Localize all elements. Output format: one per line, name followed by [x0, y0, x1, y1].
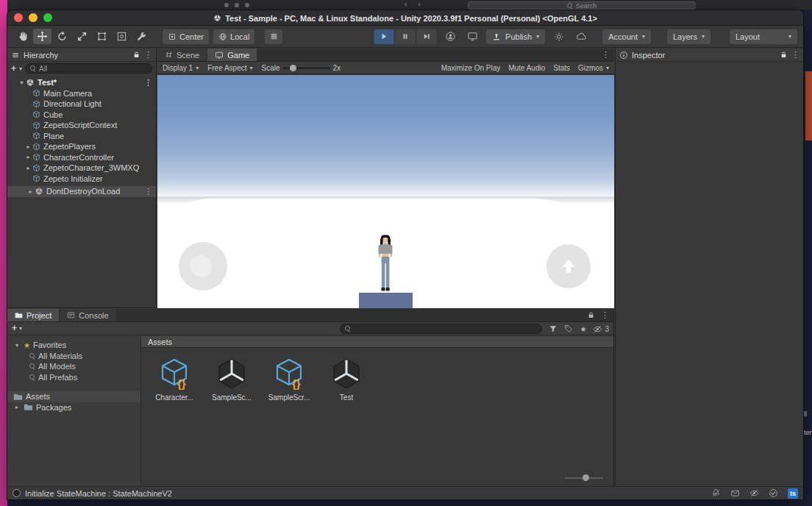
- expand-icon[interactable]: ▾: [18, 79, 26, 86]
- panel-menu-icon[interactable]: ⋮: [791, 51, 799, 59]
- hierarchy-item[interactable]: ZepetoScriptContext: [7, 120, 156, 131]
- layout-dropdown[interactable]: Layout ▾: [730, 29, 797, 44]
- messages-icon[interactable]: [730, 488, 740, 498]
- display-dropdown[interactable]: Display 1▾: [163, 64, 199, 72]
- move-tool-button[interactable]: [33, 29, 51, 44]
- chevron-down-icon[interactable]: ▾: [19, 325, 22, 332]
- menubar-search-field[interactable]: Search: [468, 1, 696, 10]
- expand-icon[interactable]: ▸: [13, 404, 21, 410]
- maximize-on-play-toggle[interactable]: Maximize On Play: [441, 64, 501, 72]
- hierarchy-header[interactable]: Hierarchy ⋮: [7, 49, 156, 62]
- saved-search-icon[interactable]: ★: [580, 325, 586, 333]
- pivot-center-button[interactable]: Center: [163, 29, 209, 44]
- grid-snapping-button[interactable]: [265, 29, 282, 44]
- joystick-knob[interactable]: [190, 255, 212, 277]
- hierarchy-item[interactable]: Directional Light: [7, 99, 156, 110]
- panel-menu-icon[interactable]: ⋮: [601, 311, 609, 319]
- window-titlebar[interactable]: Test - Sample - PC, Mac & Linux Standalo…: [7, 10, 803, 26]
- add-object-button[interactable]: +: [11, 64, 16, 73]
- gizmos-dropdown[interactable]: Gizmos▾: [578, 64, 609, 72]
- game-view[interactable]: [157, 75, 614, 308]
- dont-destroy-row[interactable]: ▸ DontDestroyOnLoad ⋮: [7, 186, 156, 197]
- step-button[interactable]: [417, 29, 437, 44]
- cloud-button[interactable]: [573, 29, 589, 44]
- asset-item[interactable]: {} Character...: [152, 356, 197, 402]
- expand-icon[interactable]: ▸: [24, 143, 32, 150]
- favorite-item[interactable]: All Models: [7, 361, 140, 372]
- hierarchy-item[interactable]: Plane: [7, 131, 156, 142]
- expand-icon[interactable]: ▸: [26, 188, 35, 195]
- favorite-item[interactable]: All Prefabs: [7, 372, 140, 383]
- hidden-packages-toggle[interactable]: 3: [593, 324, 609, 334]
- expand-icon[interactable]: ▸: [24, 165, 32, 171]
- pan-tool-button[interactable]: [13, 29, 32, 44]
- scale-slider[interactable]: [283, 67, 330, 69]
- hierarchy-item[interactable]: ▸CharacterController: [7, 152, 156, 163]
- tab-game[interactable]: Game: [207, 49, 257, 61]
- publish-button[interactable]: Publish ▾: [486, 29, 545, 44]
- asset-item[interactable]: SampleSc...: [209, 356, 254, 402]
- compile-ok-icon[interactable]: [769, 488, 778, 498]
- pause-button[interactable]: [396, 29, 416, 44]
- notifications-muted-icon[interactable]: [711, 488, 721, 498]
- folder-assets[interactable]: Assets: [7, 391, 140, 402]
- scale-tool-button[interactable]: [73, 29, 91, 44]
- maximize-window-button[interactable]: [43, 13, 52, 22]
- jump-button[interactable]: [546, 244, 591, 288]
- aspect-dropdown[interactable]: Free Aspect▾: [207, 64, 252, 72]
- scene-row[interactable]: ▾ Test* ⋮: [7, 77, 156, 88]
- hierarchy-item[interactable]: ▸ZepetoPlayers: [7, 141, 156, 152]
- typescript-status-badge[interactable]: ts: [788, 488, 798, 499]
- tab-console[interactable]: Console: [60, 309, 115, 321]
- add-asset-button[interactable]: +: [12, 324, 17, 332]
- asset-item[interactable]: {} SampleScr...: [266, 356, 312, 402]
- rect-tool-button[interactable]: [93, 29, 111, 44]
- cache-server-offline-icon[interactable]: [749, 488, 759, 498]
- panel-menu-icon[interactable]: ⋮: [144, 51, 152, 59]
- custom-tool-button[interactable]: [132, 29, 151, 44]
- virtual-joystick[interactable]: [179, 242, 227, 291]
- hierarchy-item[interactable]: ▸ZepetoCharacter_3WMXQ: [7, 163, 156, 174]
- expand-icon[interactable]: ▾: [13, 342, 21, 349]
- rotate-tool-button[interactable]: [53, 29, 71, 44]
- services-button[interactable]: [464, 29, 480, 44]
- mute-audio-toggle[interactable]: Mute Audio: [508, 64, 545, 72]
- panel-menu-icon[interactable]: ⋮: [602, 51, 610, 59]
- hierarchy-item[interactable]: Cube: [7, 110, 156, 121]
- tab-project[interactable]: Project: [7, 309, 59, 321]
- lock-icon[interactable]: [587, 311, 595, 319]
- chevron-down-icon[interactable]: ▾: [19, 65, 22, 72]
- asset-zoom-slider[interactable]: [565, 474, 603, 481]
- transform-tool-button[interactable]: [113, 29, 131, 44]
- assets-breadcrumb[interactable]: Assets: [141, 336, 613, 348]
- project-search-input[interactable]: [354, 325, 537, 333]
- folder-packages[interactable]: ▸ Packages: [7, 402, 140, 413]
- lock-icon[interactable]: [132, 51, 140, 59]
- asset-item[interactable]: Test: [324, 356, 369, 402]
- close-window-button[interactable]: [14, 13, 23, 22]
- layers-dropdown[interactable]: Layers ▾: [667, 29, 710, 44]
- slider-knob[interactable]: [583, 474, 589, 481]
- play-button[interactable]: [374, 29, 394, 44]
- search-by-type-icon[interactable]: [549, 324, 558, 333]
- row-menu-icon[interactable]: ⋮: [144, 188, 152, 196]
- lock-icon[interactable]: [780, 51, 788, 59]
- pivot-local-button[interactable]: Local: [213, 29, 254, 44]
- nav-back-icon[interactable]: ‹: [405, 0, 407, 8]
- tab-scene[interactable]: Scene: [157, 49, 207, 61]
- project-search[interactable]: [340, 324, 542, 334]
- stats-toggle[interactable]: Stats: [553, 64, 570, 72]
- scale-slider-knob[interactable]: [290, 65, 296, 71]
- inspector-header[interactable]: Inspector ⋮: [616, 49, 803, 62]
- account-dropdown[interactable]: Account ▾: [602, 29, 651, 44]
- search-by-label-icon[interactable]: [564, 324, 573, 333]
- minimize-window-button[interactable]: [29, 13, 38, 22]
- hierarchy-search-input[interactable]: [39, 65, 147, 73]
- favorites-row[interactable]: ▾ ★ Favorites: [7, 340, 140, 351]
- collab-button[interactable]: [442, 29, 458, 44]
- hierarchy-item[interactable]: Zepeto Initializer: [7, 174, 156, 185]
- nav-forward-icon[interactable]: ›: [418, 0, 421, 8]
- row-menu-icon[interactable]: ⋮: [144, 79, 152, 87]
- status-message[interactable]: Initialize StateMachine : StateMachineV2: [25, 489, 172, 498]
- favorite-item[interactable]: All Materials: [7, 351, 140, 362]
